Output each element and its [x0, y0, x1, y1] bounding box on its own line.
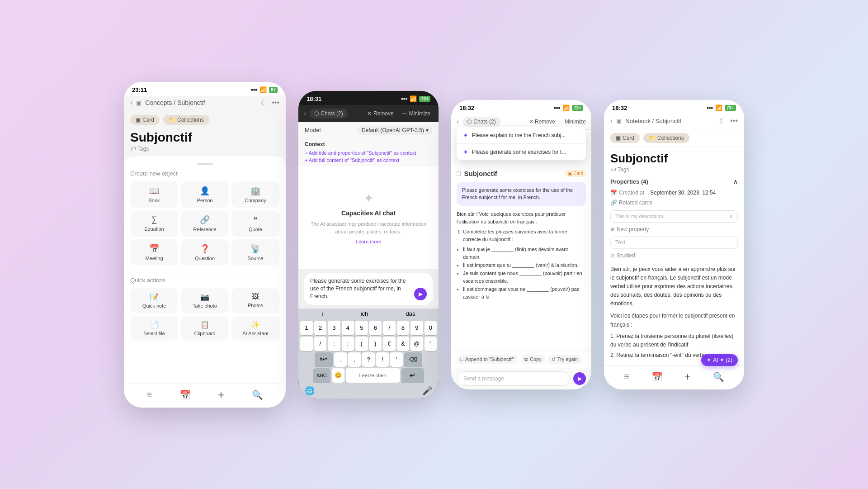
tab-card-4[interactable]: ▣ Card [610, 133, 640, 143]
moon-icon-1[interactable]: ☾ [261, 99, 267, 107]
back-icon-4[interactable]: ‹ [610, 117, 613, 125]
input-text-2[interactable]: Please generate some exercises for the u… [310, 277, 410, 300]
obj-reference[interactable]: 🔗 Reference [181, 210, 229, 237]
send-button-3[interactable]: ▶ [573, 372, 586, 385]
key-5[interactable]: 5 [355, 321, 368, 335]
remove-btn-2[interactable]: ✕ Remove [364, 109, 396, 119]
model-selector-2[interactable]: Default (OpenAI GPT-3.5) ▾ [358, 126, 432, 135]
calendar-icon-nav-4[interactable]: 📅 [651, 371, 663, 382]
key-exclaim[interactable]: ! [376, 352, 389, 367]
chats-tab-3[interactable]: ⬡ Chats (2) [462, 117, 500, 127]
suggest-ich[interactable]: ich [361, 310, 368, 317]
key-6[interactable]: 6 [369, 321, 382, 335]
key-euro[interactable]: € [383, 337, 396, 351]
key-comma[interactable]: , [348, 352, 361, 367]
retry-icon-3: ↺ [552, 356, 556, 362]
context-item-1[interactable]: + Add title and properties of "Subjoncti… [305, 149, 432, 157]
action-photo[interactable]: 📷 Take photo [181, 288, 229, 313]
obj-company[interactable]: 🏢 Company [231, 181, 279, 208]
action-clipboard[interactable]: 📋 Clipboard [181, 316, 229, 341]
remove-btn-3[interactable]: ✕ Remove [529, 119, 555, 125]
key-lparen[interactable]: ( [355, 337, 368, 351]
key-slash[interactable]: / [314, 337, 327, 351]
send-button-2[interactable]: ▶ [414, 288, 427, 300]
key-semi[interactable]: ; [342, 337, 354, 351]
action-quicknote[interactable]: 📝 Quick note [130, 288, 178, 313]
obj-book[interactable]: 📖 Book [130, 181, 178, 208]
minimize-btn-2[interactable]: — Minimize [399, 109, 433, 119]
tryagain-chip-3[interactable]: ↺ Try again [548, 355, 581, 364]
learn-more-2[interactable]: Learn more [356, 239, 381, 244]
append-chip-3[interactable]: □ Append to "Subjonctif" [457, 355, 518, 364]
add-button-1[interactable]: + [218, 389, 224, 401]
obj-question[interactable]: ❓ Question [181, 239, 229, 266]
suggest-i[interactable]: i [322, 310, 323, 317]
key-8[interactable]: 8 [397, 321, 410, 335]
divider-1 [130, 272, 279, 272]
key-quote[interactable]: " [425, 337, 437, 351]
mic-icon-2[interactable]: 🎤 [422, 386, 432, 396]
key-hash[interactable]: #+= [315, 352, 333, 367]
key-1[interactable]: 1 [300, 321, 313, 335]
list-icon-1[interactable]: ≡ [146, 389, 152, 400]
key-backspace[interactable]: ⌫ [404, 352, 422, 367]
obj-quote[interactable]: ❝ Quote [231, 210, 279, 237]
list-icon-4[interactable]: ≡ [624, 371, 629, 382]
key-apos[interactable]: ' [390, 352, 403, 367]
search-icon-1[interactable]: 🔍 [252, 389, 263, 400]
key-7[interactable]: 7 [383, 321, 396, 335]
book-icon: 📖 [149, 186, 159, 196]
chevron-icon-2: ▾ [426, 127, 429, 133]
prop-header-4[interactable]: Properties (4) ∧ [610, 178, 738, 185]
dropdown-item-2[interactable]: ✦ Please generate some exercises for t..… [457, 144, 586, 160]
action-ai[interactable]: ✨ AI Assistant [231, 316, 279, 341]
text-field-4[interactable]: Text [610, 236, 738, 249]
back-button-1[interactable]: ‹ [130, 99, 132, 107]
key-9[interactable]: 9 [410, 321, 423, 335]
key-colon[interactable]: : [328, 337, 340, 351]
new-property-4[interactable]: ⊕ New property [604, 224, 744, 234]
obj-person[interactable]: 👤 Person [181, 181, 229, 208]
key-3[interactable]: 3 [328, 321, 340, 335]
suggest-das[interactable]: das [406, 310, 415, 317]
copy-chip-3[interactable]: ⧉ Copy [521, 355, 545, 364]
tab-collections-1[interactable]: 📁 Collections [163, 115, 209, 125]
obj-equation[interactable]: ∑ Equation [130, 210, 178, 237]
back-icon-2[interactable]: ‹ [304, 109, 306, 118]
chats-tab-2[interactable]: ⬡ Chats (2) [310, 109, 347, 119]
search-icon-4[interactable]: 🔍 [713, 371, 724, 382]
key-question[interactable]: ? [362, 352, 375, 367]
more-icon-4[interactable]: ••• [730, 117, 738, 125]
key-period[interactable]: . [334, 352, 347, 367]
key-emoji[interactable]: 😊 [332, 368, 344, 383]
key-at[interactable]: @ [410, 337, 423, 351]
key-abc[interactable]: ABC [313, 368, 330, 383]
obj-source[interactable]: 📡 Source [231, 239, 279, 266]
key-0[interactable]: 0 [425, 321, 437, 335]
signal-icon-4: ▪▪▪ [707, 104, 713, 111]
obj-meeting[interactable]: 📅 Meeting [130, 239, 178, 266]
description-input-4[interactable]: This is my description ∨ [610, 210, 738, 223]
calendar-icon-1[interactable]: 📅 [179, 389, 191, 400]
key-amp[interactable]: & [397, 337, 410, 351]
minimize-btn-3[interactable]: — Minimize [558, 119, 586, 125]
ai-fab-4[interactable]: ✦ AI ✦ (2) [701, 354, 738, 366]
more-icon-1[interactable]: ••• [272, 99, 279, 107]
action-photos[interactable]: 🖼 Photos [231, 288, 279, 313]
key-dash[interactable]: - [300, 337, 313, 351]
tab-collections-4[interactable]: 📁 Collections [643, 133, 689, 143]
key-4[interactable]: 4 [342, 321, 354, 335]
context-item-2[interactable]: + Add full content of "Subjonctif" as co… [305, 157, 432, 164]
key-return[interactable]: ↵ [401, 368, 424, 383]
add-button-4[interactable]: + [684, 370, 691, 383]
key-rparen[interactable]: ) [369, 337, 382, 351]
key-space[interactable]: Leerzeichen [346, 368, 400, 383]
moon-icon-4[interactable]: ☾ [719, 117, 726, 125]
tab-card-1[interactable]: ▣ Card [130, 115, 160, 125]
chat-input-3[interactable]: Send a message [457, 371, 570, 386]
dropdown-item-1[interactable]: ✦ Please explain to me the French subj..… [457, 127, 586, 144]
key-2[interactable]: 2 [314, 321, 327, 335]
action-file[interactable]: 📄 Select file [130, 316, 178, 341]
globe-icon-2[interactable]: 🌐 [305, 386, 315, 396]
back-icon-3[interactable]: ‹ [457, 118, 459, 126]
